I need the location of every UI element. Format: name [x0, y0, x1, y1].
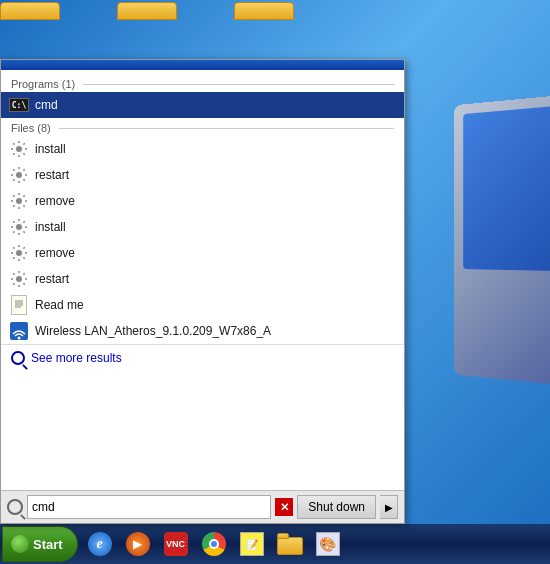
- gear-icon-3: [9, 217, 29, 237]
- files-label: Files (8): [11, 122, 51, 134]
- search-icon: [7, 499, 23, 515]
- laptop-illustration: [405, 0, 550, 530]
- vnc-button[interactable]: VNC: [158, 526, 194, 562]
- paint-icon: 🎨: [316, 532, 340, 556]
- search-results: Programs (1) C:\ cmd Files (8): [1, 70, 404, 490]
- file-label-1: restart: [35, 168, 69, 182]
- see-more-label: See more results: [31, 351, 122, 365]
- files-section-header: Files (8): [1, 118, 404, 136]
- file-item-3[interactable]: install: [1, 214, 404, 240]
- shutdown-label: Shut down: [308, 500, 365, 514]
- see-more-results[interactable]: See more results: [1, 344, 404, 371]
- paint-button[interactable]: 🎨: [310, 526, 346, 562]
- desktop: Programs (1) C:\ cmd Files (8): [0, 0, 550, 564]
- folder-tab-3: [234, 2, 294, 20]
- gear-icon-0: [9, 139, 29, 159]
- programs-label: Programs (1): [11, 78, 75, 90]
- file-item-1[interactable]: restart: [1, 162, 404, 188]
- gear-icon-5: [9, 269, 29, 289]
- folder-tab-2: [117, 2, 177, 20]
- shutdown-button[interactable]: Shut down: [297, 495, 376, 519]
- chrome-button[interactable]: [196, 526, 232, 562]
- svg-point-11: [18, 337, 21, 340]
- search-bar: ✕ Shut down ▶: [1, 490, 404, 523]
- gear-icon-2: [9, 191, 29, 211]
- readme-icon: [9, 295, 29, 315]
- files-divider: [59, 128, 394, 129]
- start-menu-header: [1, 60, 404, 70]
- file-item-6[interactable]: Read me: [1, 292, 404, 318]
- arrow-icon: ▶: [385, 502, 393, 513]
- notes-button[interactable]: 📝: [234, 526, 270, 562]
- file-label-2: remove: [35, 194, 75, 208]
- svg-point-1: [16, 172, 22, 178]
- gear-icon-1: [9, 165, 29, 185]
- start-orb-icon: [11, 535, 29, 553]
- taskbar: Start e ▶ VNC 📝: [0, 524, 550, 564]
- file-label-7: Wireless LAN_Atheros_9.1.0.209_W7x86_A: [35, 324, 271, 338]
- start-menu: Programs (1) C:\ cmd Files (8): [0, 59, 405, 524]
- file-label-3: install: [35, 220, 66, 234]
- wireless-icon: [9, 321, 29, 341]
- start-button[interactable]: Start: [2, 526, 78, 562]
- svg-point-4: [16, 250, 22, 256]
- file-item-7[interactable]: Wireless LAN_Atheros_9.1.0.209_W7x86_A: [1, 318, 404, 344]
- folder-tab-1: [0, 2, 60, 20]
- search-input[interactable]: [27, 495, 271, 519]
- file-item-4[interactable]: remove: [1, 240, 404, 266]
- file-item-0[interactable]: install: [1, 136, 404, 162]
- programs-section-header: Programs (1): [1, 74, 404, 92]
- svg-point-0: [16, 146, 22, 152]
- notes-icon: 📝: [240, 532, 264, 556]
- file-label-5: restart: [35, 272, 69, 286]
- programs-divider: [83, 84, 394, 85]
- file-label-6: Read me: [35, 298, 84, 312]
- start-label: Start: [33, 537, 63, 552]
- file-label-0: install: [35, 142, 66, 156]
- cmd-label: cmd: [35, 98, 58, 112]
- svg-point-5: [16, 276, 22, 282]
- svg-point-3: [16, 224, 22, 230]
- cmd-result-item[interactable]: C:\ cmd: [1, 92, 404, 118]
- search-clear-button[interactable]: ✕: [275, 498, 293, 516]
- search-magnifier-icon: [11, 351, 25, 365]
- media-player-button[interactable]: ▶: [120, 526, 156, 562]
- cmd-icon: C:\: [9, 95, 29, 115]
- media-player-icon: ▶: [126, 532, 150, 556]
- shutdown-arrow-button[interactable]: ▶: [380, 495, 398, 519]
- gear-icon-4: [9, 243, 29, 263]
- vnc-icon: VNC: [164, 532, 188, 556]
- file-item-2[interactable]: remove: [1, 188, 404, 214]
- svg-point-2: [16, 198, 22, 204]
- taskbar-icons: e ▶ VNC 📝 🎨: [82, 526, 346, 562]
- ie-icon: e: [88, 532, 112, 556]
- explorer-icon: [277, 533, 303, 555]
- ie-icon-button[interactable]: e: [82, 526, 118, 562]
- chrome-icon: [202, 532, 226, 556]
- explorer-button[interactable]: [272, 526, 308, 562]
- file-label-4: remove: [35, 246, 75, 260]
- file-item-5[interactable]: restart: [1, 266, 404, 292]
